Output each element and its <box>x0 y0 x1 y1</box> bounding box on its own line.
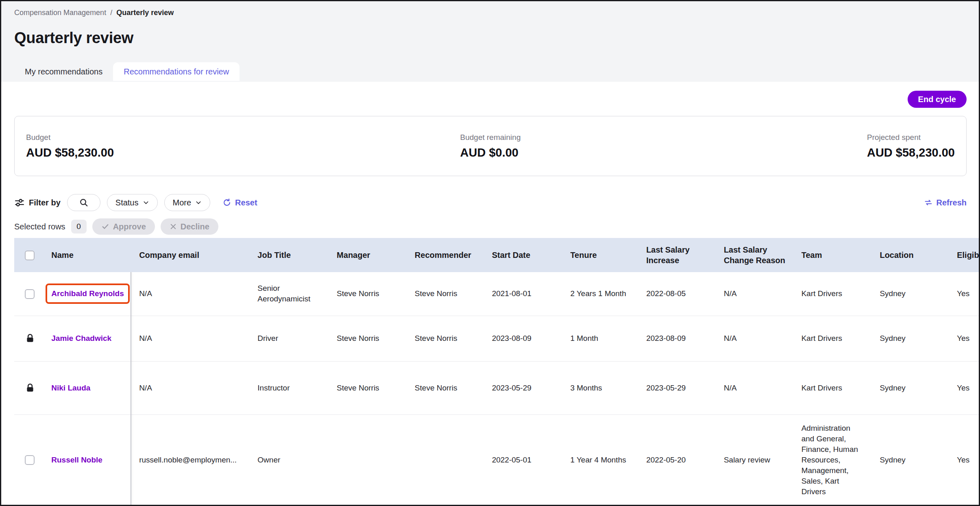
table-row: Jamie Chadwick N/A Driver Steve Norris S… <box>14 316 979 361</box>
lock-icon <box>25 383 35 393</box>
breadcrumb-separator: / <box>110 8 112 17</box>
column-header-recommender: Recommender <box>407 238 484 272</box>
tab-bar: My recommendations Recommendations for r… <box>14 62 979 81</box>
recommender-cell: Steve Norris <box>407 361 484 414</box>
budget-remaining-value: AUD $0.00 <box>460 146 521 159</box>
projected-spent-label: Projected spent <box>867 133 955 142</box>
recommender-cell: Steve Norris <box>407 272 484 316</box>
selected-rows-label: Selected rows <box>14 222 65 231</box>
job-title-cell: Owner <box>249 414 329 505</box>
x-icon <box>170 223 177 230</box>
location-cell: Sydney <box>871 414 949 505</box>
select-all-checkbox[interactable] <box>25 251 35 260</box>
last-salary-change-reason-cell: N/A <box>716 316 793 361</box>
location-cell: Sydney <box>871 272 949 316</box>
tenure-cell: 2 Years 1 Month <box>562 272 638 316</box>
search-button[interactable] <box>67 194 100 211</box>
approve-button[interactable]: Approve <box>92 218 155 235</box>
recommendations-table: Name Company email Job Title Manager Rec… <box>14 238 979 506</box>
company-email-cell: N/A <box>131 361 249 414</box>
budget-label: Budget <box>26 133 114 142</box>
eligible-cell: Yes <box>949 361 979 414</box>
decline-button[interactable]: Decline <box>161 218 218 235</box>
budget-remaining-block: Budget remaining AUD $0.00 <box>460 133 521 159</box>
column-header-team: Team <box>793 238 872 272</box>
manager-cell: Steve Norris <box>329 272 407 316</box>
tenure-cell: 3 Months <box>562 361 638 414</box>
row-checkbox[interactable] <box>25 289 35 299</box>
employee-name-link[interactable]: Jamie Chadwick <box>51 334 111 342</box>
eligible-cell: Yes <box>949 414 979 505</box>
search-icon <box>79 198 89 207</box>
manager-cell: Steve Norris <box>329 361 407 414</box>
job-title-cell: Senior Aerodynamicist <box>249 272 329 316</box>
filter-sliders-icon <box>14 197 25 208</box>
last-salary-increase-cell: 2022-08-05 <box>638 272 716 316</box>
column-header-company-email: Company email <box>131 238 249 272</box>
tenure-cell: 1 Month <box>562 316 638 361</box>
reset-icon <box>222 198 231 207</box>
start-date-cell: 2021-08-01 <box>484 272 562 316</box>
name-cell: Jamie Chadwick <box>43 316 131 361</box>
name-cell: Russell Noble <box>43 414 131 505</box>
lock-icon <box>25 333 35 344</box>
tab-recommendations-for-review[interactable]: Recommendations for review <box>113 62 240 81</box>
status-filter-dropdown[interactable]: Status <box>107 194 158 211</box>
company-email-cell: russell.noble@employmen... <box>131 414 249 505</box>
breadcrumb: Compensation Management / Quarterly revi… <box>14 8 979 17</box>
team-cell: Kart Drivers <box>793 272 872 316</box>
row-checkbox[interactable] <box>25 455 35 465</box>
manager-cell: Steve Norris <box>329 316 407 361</box>
chevron-down-icon <box>143 199 149 206</box>
page-header: Compensation Management / Quarterly revi… <box>1 1 979 82</box>
end-cycle-row: End cycle <box>14 91 967 108</box>
refresh-button[interactable]: Refresh <box>924 198 967 207</box>
name-cell: Niki Lauda <box>43 361 131 414</box>
breadcrumb-current: Quarterly review <box>116 8 174 17</box>
column-header-location: Location <box>871 238 949 272</box>
team-cell: Administration and General, Finance, Hum… <box>793 414 872 505</box>
employee-name-link[interactable]: Archibald Reynolds <box>51 289 124 298</box>
last-salary-increase-cell: 2023-08-09 <box>638 316 716 361</box>
recommender-cell: Steve Norris <box>407 316 484 361</box>
last-salary-increase-cell: 2023-05-29 <box>638 361 716 414</box>
last-salary-change-reason-cell: N/A <box>716 272 793 316</box>
selected-rows-count-badge: 0 <box>71 220 87 233</box>
employee-name-link[interactable]: Niki Lauda <box>51 384 90 392</box>
budget-block: Budget AUD $58,230.00 <box>26 133 114 159</box>
table-row: Russell Noble russell.noble@employmen...… <box>14 414 979 505</box>
selection-toolbar: Selected rows 0 Approve Decline <box>14 218 967 235</box>
team-cell: Kart Drivers <box>793 316 872 361</box>
more-filters-dropdown[interactable]: More <box>164 194 211 211</box>
page-title: Quarterly review <box>14 28 979 48</box>
last-salary-change-reason-cell: Salary review <box>716 414 793 505</box>
location-cell: Sydney <box>871 361 949 414</box>
main-content: End cycle Budget AUD $58,230.00 Budget r… <box>1 91 979 506</box>
company-email-cell: N/A <box>131 316 249 361</box>
check-icon <box>101 222 109 231</box>
start-date-cell: 2022-05-01 <box>484 414 562 505</box>
table-header-row: Name Company email Job Title Manager Rec… <box>14 238 979 272</box>
reset-filters-button[interactable]: Reset <box>222 198 257 207</box>
last-salary-change-reason-cell: N/A <box>716 361 793 414</box>
last-salary-increase-cell: 2022-05-20 <box>638 414 716 505</box>
column-header-last-salary-change-reason: Last Salary Change Reason <box>716 238 793 272</box>
breadcrumb-parent[interactable]: Compensation Management <box>14 8 106 17</box>
table-row: Niki Lauda N/A Instructor Steve Norris S… <box>14 361 979 414</box>
location-cell: Sydney <box>871 316 949 361</box>
budget-value: AUD $58,230.00 <box>26 146 114 159</box>
employee-name-link[interactable]: Russell Noble <box>51 456 102 464</box>
quarterly-review-page: Compensation Management / Quarterly revi… <box>0 0 980 506</box>
tenure-cell: 1 Year 4 Months <box>562 414 638 505</box>
start-date-cell: 2023-05-29 <box>484 361 562 414</box>
budget-summary-card: Budget AUD $58,230.00 Budget remaining A… <box>14 116 967 176</box>
column-header-tenure: Tenure <box>562 238 638 272</box>
projected-spent-value: AUD $58,230.00 <box>867 146 955 159</box>
end-cycle-button[interactable]: End cycle <box>908 91 967 108</box>
annotation-highlight-box: Archibald Reynolds <box>46 284 129 304</box>
budget-remaining-label: Budget remaining <box>460 133 521 142</box>
refresh-icon <box>924 198 933 207</box>
tab-my-recommendations[interactable]: My recommendations <box>14 62 113 81</box>
name-cell: Archibald Reynolds <box>43 272 131 316</box>
column-header-eligible: Eligible <box>949 238 979 272</box>
